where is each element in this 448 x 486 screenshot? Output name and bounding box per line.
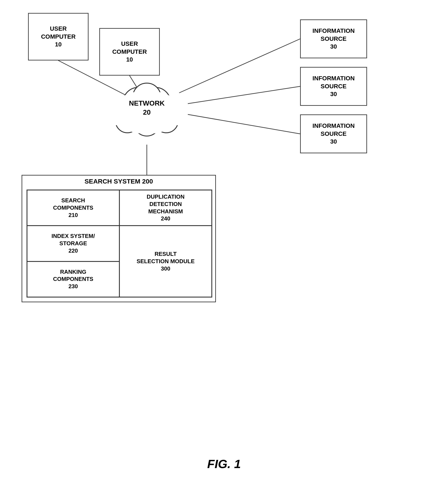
duplication-detection-label: DUPLICATIONDETECTIONMECHANISM240: [147, 193, 184, 222]
search-components-label: SEARCHCOMPONENTS210: [53, 197, 93, 219]
user-computer-1-box: USERCOMPUTER10: [28, 13, 88, 60]
svg-line-2: [179, 39, 300, 93]
ranking-components-cell: RANKINGCOMPONENTS230: [27, 262, 120, 297]
svg-line-4: [188, 114, 300, 134]
diagram: USERCOMPUTER10 USERCOMPUTER10 INFORMATIO…: [0, 0, 448, 486]
information-source-3-label: INFORMATIONSOURCE30: [312, 122, 354, 145]
index-system-cell: INDEX SYSTEM/STORAGE220: [27, 226, 120, 261]
ranking-components-label: RANKINGCOMPONENTS230: [53, 268, 93, 290]
figure-label: FIG. 1: [0, 457, 448, 471]
user-computer-1-label: USERCOMPUTER10: [41, 25, 76, 48]
user-computer-2-box: USERCOMPUTER10: [99, 28, 160, 76]
search-system-grid: SEARCHCOMPONENTS210 DUPLICATIONDETECTION…: [27, 190, 212, 297]
information-source-2-label: INFORMATIONSOURCE30: [312, 74, 354, 98]
index-system-label: INDEX SYSTEM/STORAGE220: [52, 232, 95, 254]
svg-line-3: [188, 86, 300, 104]
search-system-box: SEARCH SYSTEM 200 SEARCHCOMPONENTS210 DU…: [22, 175, 216, 302]
duplication-detection-cell: DUPLICATIONDETECTIONMECHANISM240: [120, 190, 212, 226]
information-source-3-box: INFORMATIONSOURCE30: [300, 114, 367, 153]
network-label: NETWORK20: [129, 99, 165, 117]
result-selection-label: RESULTSELECTION MODULE300: [137, 250, 195, 272]
information-source-1-box: INFORMATIONSOURCE30: [300, 19, 367, 58]
search-system-title: SEARCH SYSTEM 200: [22, 175, 215, 185]
information-source-1-label: INFORMATIONSOURCE30: [312, 27, 354, 50]
result-selection-cell: RESULTSELECTION MODULE300: [120, 226, 212, 297]
network-cloud: NETWORK20: [104, 71, 190, 145]
information-source-2-box: INFORMATIONSOURCE30: [300, 67, 367, 106]
search-components-cell: SEARCHCOMPONENTS210: [27, 190, 120, 226]
user-computer-2-label: USERCOMPUTER10: [112, 40, 147, 64]
